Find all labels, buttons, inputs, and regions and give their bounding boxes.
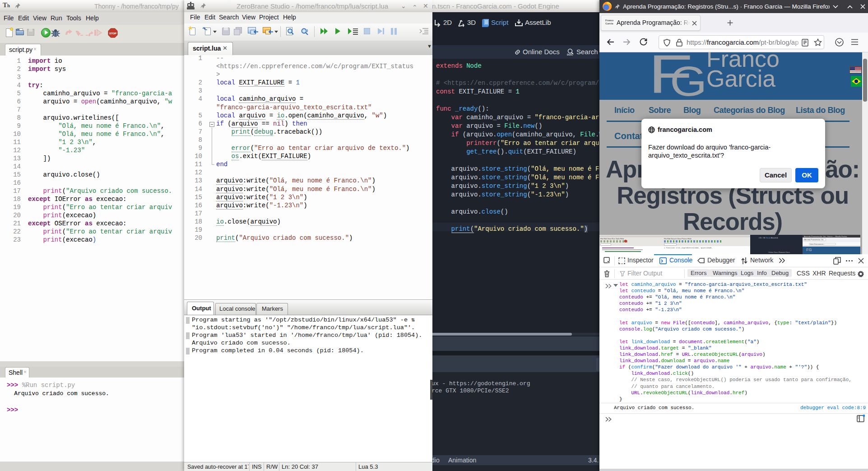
svg-text:STOP: STOP bbox=[109, 32, 116, 35]
svg-text:DOC: DOC bbox=[567, 53, 573, 56]
